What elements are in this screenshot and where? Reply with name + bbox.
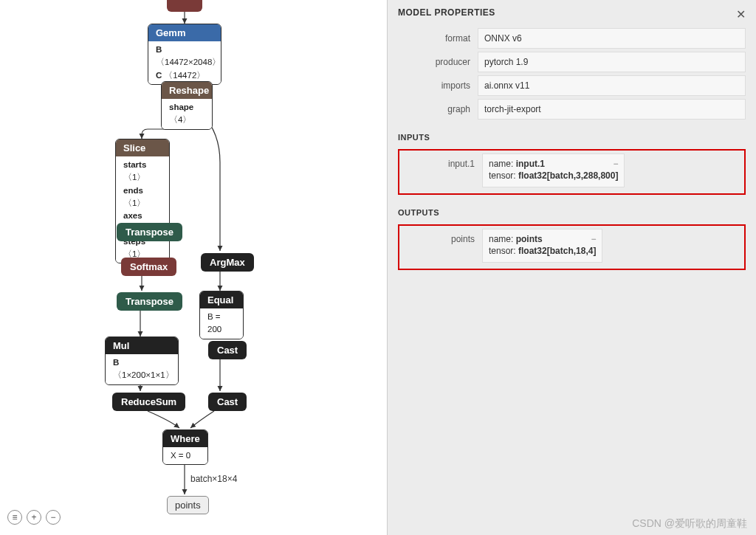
prop-label: graph xyxy=(398,99,478,120)
prop-producer: producer pytorch 1.9 xyxy=(398,52,746,72)
close-icon[interactable]: ✕ xyxy=(736,7,746,21)
node-output-points[interactable]: points xyxy=(167,496,209,514)
prop-value: torch-jit-export xyxy=(478,99,746,120)
node-reducesum[interactable]: ReduceSum xyxy=(112,393,185,411)
node-transpose-1[interactable]: Transpose xyxy=(117,223,182,241)
node-transpose-2[interactable]: Transpose xyxy=(117,292,182,311)
io-body: − name: input.1 tensor: float32[batch,3,… xyxy=(482,153,625,187)
node-cast-2[interactable]: Cast xyxy=(208,393,247,411)
node-attrs: B〈1×200×1×1〉 xyxy=(106,354,178,384)
prop-label: producer xyxy=(398,52,478,72)
input-block: input.1 − name: input.1 tensor: float32[… xyxy=(398,149,746,195)
node-attrs: shape〈4〉 xyxy=(162,99,212,129)
edge-shape-label: batch×18×4 xyxy=(190,474,237,484)
node-title: Gemm xyxy=(148,24,221,41)
prop-format: format ONNX v6 xyxy=(398,28,746,49)
properties-panel: MODEL PROPERTIES ✕ format ONNX v6 produc… xyxy=(387,0,756,535)
node-cast-1[interactable]: Cast xyxy=(208,341,247,359)
node-attrs: B = 200 xyxy=(200,308,243,339)
io-side-label: input.1 xyxy=(402,153,482,187)
node-reshape[interactable]: Reshape shape〈4〉 xyxy=(161,81,213,130)
prop-imports: imports ai.onnx v11 xyxy=(398,75,746,96)
outputs-heading: OUTPUTS xyxy=(398,208,746,217)
node-gemm[interactable]: Gemm B〈14472×2048〉 C〈14472〉 xyxy=(148,24,221,85)
prop-graph: graph torch-jit-export xyxy=(398,99,746,120)
node-softmax[interactable]: Softmax xyxy=(121,258,176,276)
node-title: Reshape xyxy=(162,82,212,99)
prop-value: ONNX v6 xyxy=(478,28,746,49)
node-attrs: B〈14472×2048〉 C〈14472〉 xyxy=(148,41,221,84)
node-title: Slice xyxy=(116,139,169,156)
node-title: Equal xyxy=(200,291,243,308)
node-equal[interactable]: Equal B = 200 xyxy=(199,291,244,339)
collapse-icon[interactable]: − xyxy=(591,234,596,244)
prop-label: imports xyxy=(398,75,478,96)
io-side-label: points xyxy=(402,229,482,263)
node-title: Mul xyxy=(106,337,178,354)
panel-title: MODEL PROPERTIES xyxy=(398,7,746,18)
node-where[interactable]: Where X = 0 xyxy=(162,429,208,465)
zoom-out-button[interactable]: − xyxy=(46,510,61,525)
node-title: Where xyxy=(163,430,207,447)
graph-canvas[interactable]: Gemm B〈14472×2048〉 C〈14472〉 Reshape shap… xyxy=(0,0,387,535)
collapse-icon[interactable]: − xyxy=(613,159,618,169)
node-attrs: starts〈1〉 ends〈1〉 axes〈1〉 steps〈1〉 xyxy=(116,156,169,263)
io-body: − name: points tensor: float32[batch,18,… xyxy=(482,229,602,263)
prop-value: ai.onnx v11 xyxy=(478,75,746,96)
output-block: points − name: points tensor: float32[ba… xyxy=(398,224,746,270)
toolbar-list-button[interactable]: ≡ xyxy=(7,510,22,525)
node-attrs: X = 0 xyxy=(163,447,207,464)
inputs-heading: INPUTS xyxy=(398,133,746,142)
node-truncated-top[interactable] xyxy=(167,0,202,12)
zoom-in-button[interactable]: + xyxy=(27,510,41,525)
prop-label: format xyxy=(398,28,478,49)
node-argmax[interactable]: ArgMax xyxy=(201,253,254,272)
node-slice[interactable]: Slice starts〈1〉 ends〈1〉 axes〈1〉 steps〈1〉 xyxy=(115,139,170,263)
toolbar: ≡ + − xyxy=(7,510,61,525)
prop-value: pytorch 1.9 xyxy=(478,52,746,72)
node-mul[interactable]: Mul B〈1×200×1×1〉 xyxy=(105,336,179,385)
